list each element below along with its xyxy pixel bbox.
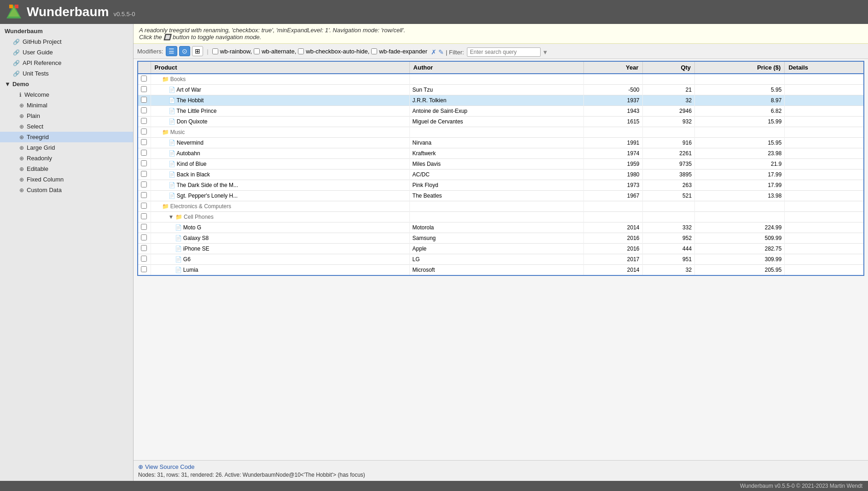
sidebar-item-user-guide[interactable]: 🔗 User Guide xyxy=(0,47,133,58)
col-header-qty[interactable]: Qty xyxy=(642,61,695,74)
edit-filter-icon[interactable]: ✎ xyxy=(438,48,444,56)
sidebar-item-unit-tests[interactable]: 🔗 Unit Tests xyxy=(0,68,133,79)
author-cell: Samsung xyxy=(409,233,584,244)
wb-checkbox-auto-hide-input[interactable] xyxy=(298,48,304,54)
table-row[interactable]: ▼ 📁 Cell Phones xyxy=(138,212,864,222)
table-row[interactable]: 📄 Art of War Sun Tzu -500 21 5.95 xyxy=(138,85,864,95)
row-checkbox[interactable] xyxy=(141,150,147,156)
nav-mode-button[interactable]: ⊙ xyxy=(179,46,190,56)
filter-input[interactable] xyxy=(467,47,541,57)
clear-filter-icon[interactable]: ✗ xyxy=(431,48,437,56)
grid-mode-button[interactable]: ⊞ xyxy=(192,46,203,56)
row-checkbox[interactable] xyxy=(141,107,147,113)
table-row[interactable]: 📄 Sgt. Pepper's Lonely H... The Beatles … xyxy=(138,191,864,201)
sidebar-item-plain[interactable]: ⊕ Plain xyxy=(0,111,133,121)
row-checkbox[interactable] xyxy=(141,171,147,177)
wb-checkbox-auto-hide-checkbox[interactable]: wb-checkbox-auto-hide, xyxy=(298,48,369,55)
table-row[interactable]: 📄 Autobahn Kraftwerk 1974 2261 23.98 xyxy=(138,148,864,159)
year-cell: 1980 xyxy=(584,170,642,180)
product-cell: 📄 Moto G xyxy=(151,222,409,233)
folder-icon: 📁 Books xyxy=(154,76,186,82)
price-cell: 282.75 xyxy=(695,244,785,254)
col-header-product[interactable]: Product xyxy=(151,61,409,74)
year-cell: 1943 xyxy=(584,106,642,117)
table-row[interactable]: 📄 iPhone SE Apple 2016 444 282.75 xyxy=(138,244,864,254)
sidebar-item-github[interactable]: 🔗 GitHub Project xyxy=(0,36,133,47)
sidebar-item-large-grid[interactable]: ⊕ Large Grid xyxy=(0,142,133,153)
wb-alternate-input[interactable] xyxy=(254,48,260,54)
row-checkbox[interactable] xyxy=(141,129,147,134)
author-cell: Miles Davis xyxy=(409,159,584,170)
filter-icon[interactable]: ▼ xyxy=(542,49,548,56)
row-checkbox[interactable] xyxy=(141,139,147,145)
wb-rainbow-input[interactable] xyxy=(212,48,218,54)
author-cell: Microsoft xyxy=(409,265,584,276)
table-row[interactable]: 📄 G6 LG 2017 951 309.99 xyxy=(138,254,864,265)
source-code-link[interactable]: ⊕ View Source Code xyxy=(138,463,863,470)
table-row[interactable]: 📁 Books xyxy=(138,74,864,85)
row-checkbox[interactable] xyxy=(141,266,147,272)
sidebar-item-select[interactable]: ⊕ Select xyxy=(0,121,133,132)
product-cell: 📄 The Little Prince xyxy=(151,106,409,117)
row-checkbox[interactable] xyxy=(141,203,147,209)
price-cell: 6.82 xyxy=(695,106,785,117)
sidebar-item-fixed-column[interactable]: ⊕ Fixed Column xyxy=(0,174,133,185)
table-row[interactable]: 📄 The Dark Side of the M... Pink Floyd 1… xyxy=(138,180,864,191)
table-row[interactable]: 📄 Moto G Motorola 2014 332 224.99 xyxy=(138,222,864,233)
sidebar-item-readonly[interactable]: ⊕ Readonly xyxy=(0,153,133,164)
row-checkbox[interactable] xyxy=(141,97,147,103)
table-row[interactable]: 📄 The Little Prince Antoine de Saint-Exu… xyxy=(138,106,864,117)
price-cell: 509.99 xyxy=(695,233,785,244)
sidebar-item-editable[interactable]: ⊕ Editable xyxy=(0,164,133,174)
row-checkbox[interactable] xyxy=(141,181,147,187)
table-row[interactable]: 📄 Back in Black AC/DC 1980 3895 17.99 xyxy=(138,170,864,180)
author-cell xyxy=(409,201,584,212)
product-cell: 📄 Autobahn xyxy=(151,148,409,159)
table-row[interactable]: 📁 Music xyxy=(138,127,864,138)
row-checkbox[interactable] xyxy=(141,234,147,240)
sidebar-item-treegrid[interactable]: ⊕ Treegrid xyxy=(0,132,133,142)
author-cell: Apple xyxy=(409,244,584,254)
table-row[interactable]: 📄 Nevermind Nirvana 1991 916 15.95 xyxy=(138,138,864,148)
table-row[interactable]: 📄 Don Quixote Miguel de Cervantes 1615 9… xyxy=(138,117,864,127)
sidebar-item-label: Custom Data xyxy=(27,187,62,193)
table-row[interactable]: 📁 Electronics & Computers xyxy=(138,201,864,212)
table-row[interactable]: 📄 Lumia Microsoft 2014 32 205.95 xyxy=(138,265,864,276)
price-cell xyxy=(695,201,785,212)
product-cell: 📁 Electronics & Computers xyxy=(151,201,409,212)
row-checkbox[interactable] xyxy=(141,245,147,251)
col-header-author[interactable]: Author xyxy=(409,61,584,74)
row-checkbox[interactable] xyxy=(141,224,147,230)
sidebar-item-custom-data[interactable]: ⊕ Custom Data xyxy=(0,185,133,195)
col-header-year[interactable]: Year xyxy=(584,61,642,74)
row-checkbox[interactable] xyxy=(141,256,147,262)
wb-fade-expander-checkbox[interactable]: wb-fade-expander xyxy=(371,48,427,55)
price-cell: 205.95 xyxy=(695,265,785,276)
product-cell: 📁 Books xyxy=(151,74,409,85)
wb-fade-expander-input[interactable] xyxy=(371,48,377,54)
wb-alternate-checkbox[interactable]: wb-alternate, xyxy=(254,48,296,55)
table-row[interactable]: 📄 Kind of Blue Miles Davis 1959 9735 21.… xyxy=(138,159,864,170)
sidebar-item-api-ref[interactable]: 🔗 API Reference xyxy=(0,58,133,68)
details-cell xyxy=(785,191,864,201)
col-header-price[interactable]: Price ($) xyxy=(695,61,785,74)
grid-container[interactable]: Product Author Year Qty Price ($) Detail… xyxy=(134,59,868,460)
row-checkbox[interactable] xyxy=(141,76,147,82)
sidebar-item-welcome[interactable]: ℹ Welcome xyxy=(0,89,133,100)
col-header-details[interactable]: Details xyxy=(785,61,864,74)
row-checkbox[interactable] xyxy=(141,192,147,198)
sidebar-demo-group[interactable]: ▼ Demo xyxy=(0,79,133,89)
table-row[interactable]: 📄 The Hobbit J.R.R. Tolkien 1937 32 8.97 xyxy=(138,95,864,106)
details-cell xyxy=(785,74,864,85)
qty-cell: 2261 xyxy=(642,148,695,159)
table-row[interactable]: 📄 Galaxy S8 Samsung 2016 952 509.99 xyxy=(138,233,864,244)
row-checkbox[interactable] xyxy=(141,213,147,219)
list-view-button[interactable]: ☰ xyxy=(166,46,177,56)
sidebar-item-label: Large Grid xyxy=(27,144,55,151)
wb-rainbow-checkbox[interactable]: wb-rainbow, xyxy=(212,48,252,55)
sidebar-item-label: Readonly xyxy=(27,155,52,162)
row-checkbox[interactable] xyxy=(141,118,147,124)
row-checkbox[interactable] xyxy=(141,160,147,166)
row-checkbox[interactable] xyxy=(141,86,147,92)
sidebar-item-minimal[interactable]: ⊕ Minimal xyxy=(0,100,133,111)
